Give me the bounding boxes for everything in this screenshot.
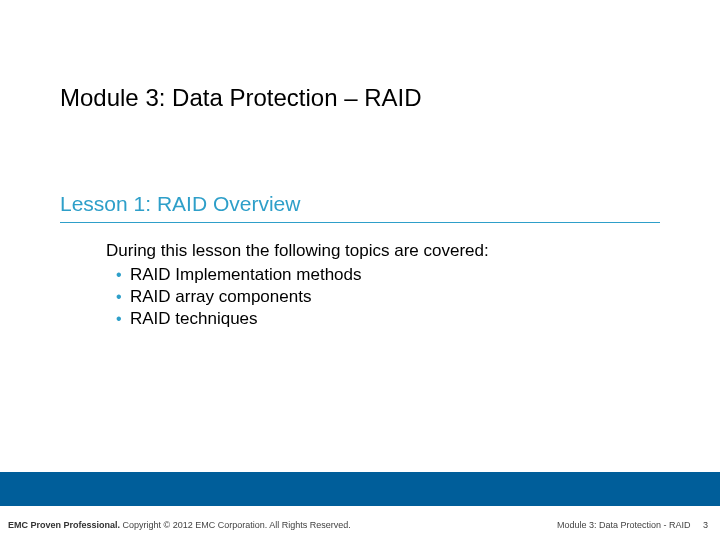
bullet-list: RAID Implementation methods RAID array c… <box>106 264 489 330</box>
footer-right: Module 3: Data Protection - RAID 3 <box>557 520 708 530</box>
list-item: RAID Implementation methods <box>130 264 489 286</box>
lesson-body: During this lesson the following topics … <box>106 240 489 330</box>
footer-brand: EMC Proven Professional. <box>8 520 120 530</box>
footer-left: EMC Proven Professional. Copyright © 201… <box>8 520 351 530</box>
module-title: Module 3: Data Protection – RAID <box>60 84 422 112</box>
footer-band <box>0 472 720 506</box>
lesson-intro: During this lesson the following topics … <box>106 240 489 262</box>
lesson-underline <box>60 222 660 223</box>
footer-module: Module 3: Data Protection - RAID <box>557 520 691 530</box>
list-item: RAID array components <box>130 286 489 308</box>
page-number: 3 <box>703 520 708 530</box>
lesson-title: Lesson 1: RAID Overview <box>60 192 300 216</box>
list-item: RAID techniques <box>130 308 489 330</box>
slide: Module 3: Data Protection – RAID Lesson … <box>0 0 720 540</box>
footer-copyright: Copyright © 2012 EMC Corporation. All Ri… <box>120 520 351 530</box>
